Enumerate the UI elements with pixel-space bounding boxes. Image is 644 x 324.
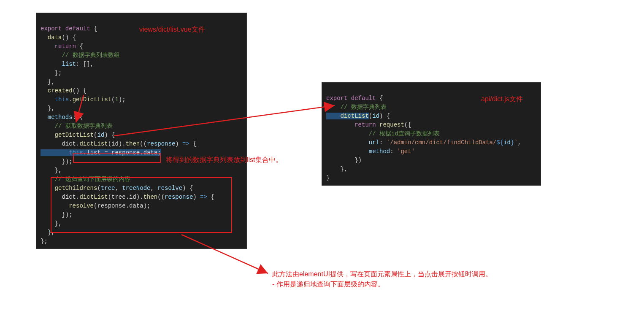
file-label-left: views/dict/list.vue文件	[139, 25, 205, 34]
annotation-list: 将得到的数据字典列表放到list集合中。	[166, 155, 282, 165]
code-block-left: export default { data() { return { // 数据…	[36, 13, 247, 249]
annotation-bottom: 此方法由elementUI提供，写在页面元素属性上，当点击展开按钮时调用。 - …	[272, 269, 492, 289]
file-label-right: api/dict.js文件	[481, 95, 523, 104]
